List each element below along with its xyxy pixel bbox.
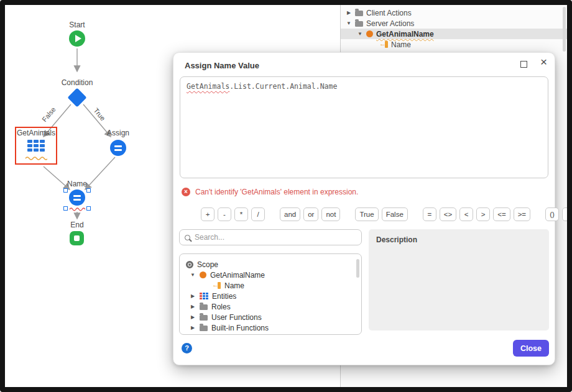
op-lessequal-button[interactable]: <= [493,207,510,221]
op-multiply-button[interactable]: * [234,207,248,221]
maximize-icon[interactable] [520,61,527,68]
error-message-row: × Can't identify 'GetAnimals' element in… [182,188,358,196]
tree-item-label: GetAnimalName [210,271,265,280]
scope-tree-item-roles[interactable]: ▶ Roles [180,301,361,312]
getanimals-aggregate-node[interactable] [27,140,45,152]
caret-collapsed-icon[interactable]: ▶ [190,314,196,320]
tree-item-label: Name [224,281,244,290]
logic-group: and or not [280,207,340,221]
operator-toolbar: + - * / and or not True False = <> < > <… [201,207,572,221]
caret-collapsed-icon[interactable]: ▶ [346,10,352,16]
caret-collapsed-icon[interactable]: ▶ [190,304,196,309]
tree-item-label: Entities [212,292,236,301]
scope-tree-item-scope[interactable]: Scope [180,259,361,270]
folder-icon [355,21,363,27]
error-message: Can't identify 'GetAnimals' element in e… [195,188,358,196]
scope-tree: Scope ▼ GetAnimalName ← Name ▶ Entities … [179,253,362,335]
close-icon[interactable]: × [540,55,547,69]
tree-item-label: Name [391,40,411,49]
start-node-label: Start [52,21,102,29]
op-or-button[interactable]: or [303,207,318,221]
selection-handle[interactable] [86,206,91,211]
op-less-button[interactable]: < [459,207,473,221]
scope-tree-item-getanimalname[interactable]: ▼ GetAnimalName [180,270,361,280]
tree-item-label: Client Actions [366,9,412,17]
start-node[interactable] [69,30,85,47]
caret-expanded-icon[interactable]: ▼ [357,31,363,37]
op-false-button[interactable]: False [382,207,408,221]
tree-scrollbar[interactable] [356,259,359,278]
dialog-title: Assign Name Value [185,61,259,70]
scope-search [179,229,362,245]
tree-item-label: GetAnimalName [376,30,434,39]
name-error-squiggle [69,207,86,211]
scope-tree-item-builtin-functions[interactable]: ▶ Built-in Functions [180,322,361,333]
tree-item-label: Scope [197,260,218,269]
description-panel: Description [369,229,549,330]
scope-icon [186,261,193,268]
folder-icon [200,304,208,310]
description-label: Description [376,235,542,244]
server-action-icon [366,30,373,37]
panel-scrollbar[interactable] [563,7,566,52]
search-icon [185,235,190,240]
close-button[interactable]: Close [513,340,549,357]
assign-node[interactable] [110,140,126,156]
app-window: Start Condition False True GetAnimals As… [0,0,572,392]
tree-item-label: Built-in Functions [211,324,269,332]
op-true-button[interactable]: True [355,207,378,221]
getanimals-warning-squiggle [25,156,47,160]
end-node-label: End [52,221,102,229]
op-minus-button[interactable]: - [218,207,231,221]
scope-tree-item-user-functions[interactable]: ▶ User Functions [180,312,361,322]
op-not-button[interactable]: not [321,207,340,221]
expression-editor[interactable]: GetAnimals.List.Current.Animal.Name [180,76,548,178]
op-squarebrackets-button[interactable]: [] [562,207,572,221]
folder-icon [200,326,208,331]
tree-item-name-param[interactable]: ← Name [341,39,567,50]
op-divide-button[interactable]: / [251,207,265,221]
getanimals-node-label: GetAnimals [11,129,61,137]
caret-expanded-icon[interactable]: ▼ [346,21,352,26]
caret-collapsed-icon[interactable]: ▶ [190,293,196,299]
selection-handle[interactable] [63,206,68,211]
tree-item-server-actions[interactable]: ▼ Server Actions [341,18,567,29]
tree-item-label: Server Actions [366,19,414,28]
folder-icon [200,315,208,321]
expression-error-token: GetAnimals [187,82,229,91]
caret-expanded-icon[interactable]: ▼ [190,272,196,278]
folder-icon [355,11,363,16]
name-assign-node[interactable] [69,189,85,206]
help-icon[interactable]: ? [182,343,192,353]
expression-rest: .List.Current.Animal.Name [229,82,337,91]
op-greater-button[interactable]: > [476,207,490,221]
entities-icon [200,293,208,299]
input-parameter-icon: ← [379,41,388,48]
tree-item-getanimalname[interactable]: ▼ GetAnimalName [341,29,567,39]
assign-node-label: Assign [93,129,143,137]
op-equals-button[interactable]: = [423,207,436,221]
op-plus-button[interactable]: + [201,207,214,221]
op-notequal-button[interactable]: <> [440,207,456,221]
tree-item-label: User Functions [211,313,262,322]
scope-tree-item-entities[interactable]: ▶ Entities [180,291,361,301]
play-icon [75,35,81,42]
input-parameter-icon: ← [212,282,221,289]
error-icon: × [182,188,190,196]
op-greaterequal-button[interactable]: >= [514,207,530,221]
arithmetic-group: + - * / [201,207,265,221]
tree-item-client-actions[interactable]: ▶ Client Actions [341,7,567,18]
tree-item-label: Roles [211,303,231,311]
server-action-icon [200,271,206,278]
assign-value-dialog: Assign Name Value × GetAnimals.List.Curr… [173,52,555,365]
comparison-group: = <> < > <= >= [423,207,530,221]
op-and-button[interactable]: and [280,207,300,221]
search-input[interactable] [195,233,356,242]
selection-handle[interactable] [63,188,68,193]
scope-tree-item-name[interactable]: ← Name [180,280,361,291]
end-node[interactable] [70,231,84,245]
selection-handle[interactable] [86,188,91,193]
op-parens-button[interactable]: () [545,207,559,221]
caret-collapsed-icon[interactable]: ▶ [190,325,196,330]
boolean-group: True False [355,207,407,221]
